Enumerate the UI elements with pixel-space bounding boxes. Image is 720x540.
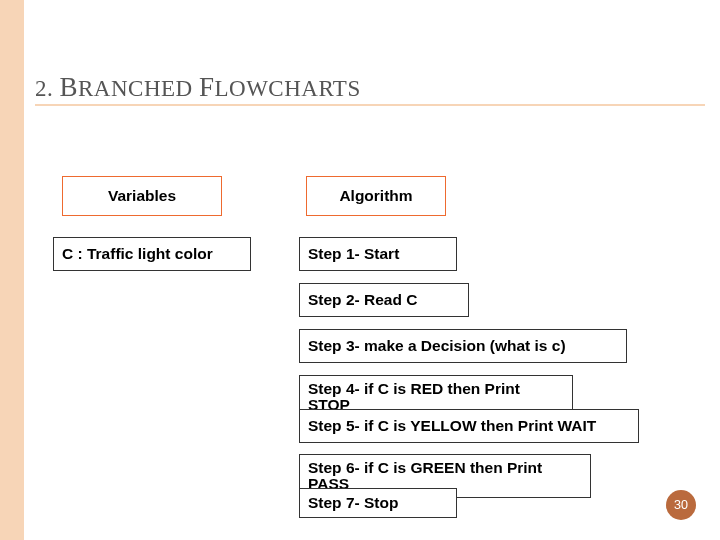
variable-c-box: C : Traffic light color (53, 237, 251, 271)
accent-band (0, 0, 24, 540)
title-num: 2. (35, 76, 60, 101)
title-w1: RANCHED (78, 76, 199, 101)
title-w2: LOWCHARTS (214, 76, 360, 101)
algorithm-header-label: Algorithm (339, 187, 412, 205)
step5-label: Step 5- if C is YELLOW then Print WAIT (308, 417, 596, 435)
step2-label: Step 2- Read C (308, 291, 417, 309)
step7-box: Step 7- Stop (299, 488, 457, 518)
step1-box: Step 1- Start (299, 237, 457, 271)
step5-box: Step 5- if C is YELLOW then Print WAIT (299, 409, 639, 443)
algorithm-header-box: Algorithm (306, 176, 446, 216)
variable-c-label: C : Traffic light color (62, 245, 213, 263)
page-number: 30 (674, 498, 688, 512)
step2-box: Step 2- Read C (299, 283, 469, 317)
step3-box: Step 3- make a Decision (what is c) (299, 329, 627, 363)
title-cap-b: B (60, 72, 79, 102)
variables-header-box: Variables (62, 176, 222, 216)
step1-label: Step 1- Start (308, 245, 399, 263)
title-cap-f: F (199, 72, 215, 102)
page-number-badge: 30 (666, 490, 696, 520)
title-underline (35, 104, 705, 106)
variables-header-label: Variables (108, 187, 176, 205)
step3-label: Step 3- make a Decision (what is c) (308, 337, 566, 355)
slide-title: 2. BRANCHED FLOWCHARTS (35, 72, 361, 103)
step7-label: Step 7- Stop (308, 494, 398, 512)
